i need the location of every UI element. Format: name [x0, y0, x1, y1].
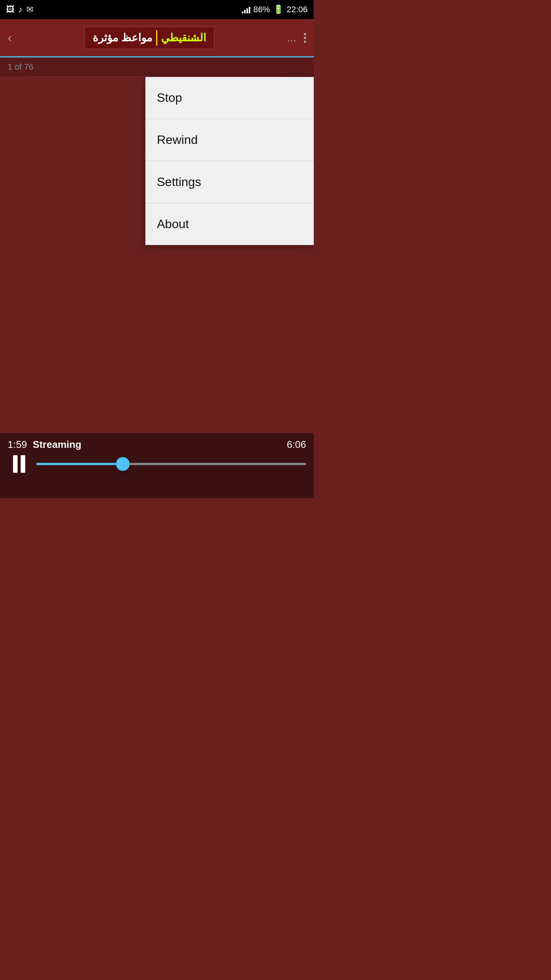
- menu-item-stop[interactable]: Stop: [145, 77, 314, 119]
- streaming-label: Streaming: [33, 439, 82, 451]
- clock: 22:06: [287, 5, 308, 15]
- menu-item-rewind[interactable]: Rewind: [145, 119, 314, 161]
- time-elapsed: 1:59: [8, 439, 27, 451]
- player-bar: 1:59 Streaming 6:06: [0, 433, 314, 498]
- menu-item-about[interactable]: About: [145, 203, 314, 245]
- battery-percent: 86%: [253, 5, 270, 15]
- player-controls-row: [8, 454, 306, 474]
- pause-bar-right: [21, 455, 25, 473]
- player-time-row: 1:59 Streaming 6:06: [8, 439, 306, 451]
- signal-icon: [242, 6, 250, 13]
- progress-thumb[interactable]: [116, 457, 130, 471]
- status-bar: 🖼 ♪ ✉ 86% 🔋 22:06: [0, 0, 314, 19]
- status-bar-right: 86% 🔋 22:06: [242, 5, 308, 15]
- dropdown-menu: Stop Rewind Settings About: [145, 77, 314, 245]
- mail-icon: ✉: [26, 5, 33, 15]
- subtitle-bar: 1 of 76: [0, 57, 314, 77]
- pause-button[interactable]: [8, 454, 31, 474]
- pause-bar-left: [13, 455, 18, 473]
- track-info: 1 of 76: [8, 62, 33, 72]
- progress-bar[interactable]: [36, 463, 306, 465]
- image-icon: 🖼: [6, 5, 15, 15]
- music-icon: ♪: [18, 5, 23, 15]
- more-options-button[interactable]: [300, 31, 310, 45]
- toolbar-title: مواعظ مؤثرة الشنقيطي: [16, 26, 284, 49]
- progress-fill: [36, 463, 123, 465]
- toolbar-ellipsis: ...: [284, 30, 300, 46]
- main-content: Stop Rewind Settings About 1:59 Streamin…: [0, 77, 314, 498]
- player-time-left: 1:59 Streaming: [8, 439, 82, 451]
- back-button[interactable]: ‹: [4, 27, 16, 49]
- menu-item-settings[interactable]: Settings: [145, 161, 314, 203]
- battery-icon: 🔋: [273, 5, 284, 15]
- status-bar-left: 🖼 ♪ ✉: [6, 5, 33, 15]
- toolbar-banner: مواعظ مؤثرة الشنقيطي: [84, 26, 215, 49]
- time-total: 6:06: [287, 439, 306, 451]
- banner-divider: [156, 30, 157, 46]
- banner-arabic-right: مواعظ مؤثرة: [93, 31, 152, 44]
- banner-arabic-left: الشنقيطي: [161, 31, 206, 44]
- toolbar: ‹ مواعظ مؤثرة الشنقيطي ...: [0, 19, 314, 57]
